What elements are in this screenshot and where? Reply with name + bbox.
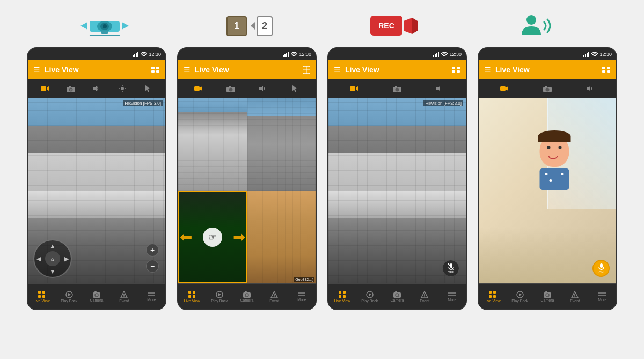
grid-cell-3[interactable]: ⬅ ☞ ➡ [178,191,247,284]
phone2-grid: ⬅ ☞ ➡ Geo332...[ [178,98,316,283]
nav-more-label-1: More [147,298,156,302]
phone3-bottom-nav: Live View Play Back Camera Event More [328,283,466,309]
phone3-header-grid-icon[interactable] [452,67,460,73]
phone3-menu-icon[interactable]: ☰ [334,65,341,74]
zoom-out-button[interactable]: − [146,260,159,273]
nav-more-label-4: More [598,298,606,302]
svg-rect-115 [583,55,584,57]
nav-playback-1[interactable]: Play Back [60,291,79,303]
toolbar-speaker-icon[interactable] [89,81,104,96]
nav-more-2[interactable]: More [292,292,311,302]
nav-camera-1[interactable]: Camera [87,291,106,302]
nav-liveview-2[interactable]: Live View [182,291,202,303]
ptz-down-arrow[interactable]: ▼ [50,268,56,275]
nav-playback-3[interactable]: Play Back [360,291,379,303]
svg-rect-55 [284,54,286,57]
nav-camera-3[interactable]: Camera [387,291,407,302]
svg-point-79 [274,296,275,297]
svg-rect-85 [436,53,437,57]
svg-rect-41 [38,295,41,298]
nav-liveview-4[interactable]: Live View [483,291,502,303]
svg-rect-22 [151,67,155,69]
nav-more-3[interactable]: More [442,292,462,302]
nav-camera-2[interactable]: Camera [237,291,257,302]
ptz-right-arrow[interactable]: ▶ [64,255,69,262]
svg-marker-124 [506,86,508,91]
nav-event-1[interactable]: Event [114,291,134,303]
toolbar2-video-icon[interactable] [191,81,206,96]
nav-more-label-3: More [448,298,456,302]
zoom-in-button[interactable]: + [146,244,159,257]
grid-cell-2[interactable] [247,98,316,191]
svg-marker-38 [145,85,150,92]
svg-point-50 [123,296,125,297]
phone1-bottom-nav: Live View Play Back Camera Event More [28,283,165,309]
grid-cell-4[interactable]: Geo332...[ [247,191,316,284]
toolbar3-video-icon[interactable] [347,81,362,96]
svg-marker-92 [356,86,358,91]
mic-on-label: ON [599,270,604,274]
nav-liveview-3[interactable]: Live View [333,291,352,303]
svg-rect-129 [600,263,603,268]
nav-playback-2[interactable]: Play Back [210,291,229,303]
toolbar-brightness-icon[interactable] [115,81,130,96]
swipe-gesture-overlay: ⬅ ☞ ➡ [180,228,245,247]
toolbar2-speaker-icon[interactable] [255,81,270,96]
grid-cell-1[interactable] [178,98,247,191]
phone-1: 12:30 ☰ Live View [27,47,166,310]
svg-point-64 [229,87,233,91]
mic-on-button[interactable]: ON [592,260,610,277]
phone1-menu-icon[interactable]: ☰ [33,65,40,74]
phone4-menu-icon[interactable]: ☰ [484,65,491,74]
nav-more-1[interactable]: More [142,292,161,302]
toolbar2-cursor-icon[interactable] [288,81,303,96]
toolbar-cursor-icon[interactable] [141,81,156,96]
ptz-left-arrow[interactable]: ◀ [36,255,41,262]
nav-liveview-label-4: Live View [485,299,501,303]
phone2-header-window-icon[interactable] [303,66,310,74]
toolbar4-speaker-icon[interactable] [583,81,598,96]
toolbar3-speaker-icon[interactable] [433,81,448,96]
phone1-statusbar: 12:30 [28,48,165,60]
phone1-ptz-controls[interactable]: ▲ ▼ ◀ ▶ ⌂ [33,239,72,278]
phone2-toolbar [178,79,316,98]
nav-event-3[interactable]: Event [415,291,434,303]
toolbar4-video-icon[interactable] [497,81,512,96]
toolbar3-camera-icon[interactable] [390,81,405,96]
svg-rect-117 [587,53,588,57]
phone1-header-grid-icon[interactable] [151,67,160,73]
nav-playback-label-1: Play Back [61,299,77,303]
ptz-home-button[interactable]: ⌂ [45,251,60,266]
svg-rect-133 [489,295,492,298]
ptz-up-arrow[interactable]: ▲ [50,243,56,249]
svg-rect-57 [288,52,289,57]
phone4-header-grid-icon[interactable] [602,67,611,73]
nav-event-2[interactable]: Event [265,291,284,303]
phone4-bottom-nav: Live View Play Back Camera Event More [479,283,616,309]
toolbar4-camera-icon[interactable] [540,81,555,96]
phone2-menu-icon[interactable]: ☰ [184,65,191,74]
svg-rect-40 [42,291,45,294]
nav-event-4[interactable]: Event [565,291,584,303]
phone3-header: ☰ Live View [328,60,466,79]
nav-liveview-label-3: Live View [334,299,350,303]
phone3-time: 12:30 [449,52,462,57]
mic-off-button[interactable]: OFF [442,260,459,277]
phone4-title: Live View [495,65,598,74]
svg-rect-86 [438,52,439,57]
svg-point-17 [526,15,536,25]
phone1-camera-view: Hikvision [FPS:3.0] ▲ ▼ ◀ ▶ ⌂ + − [28,98,165,283]
toolbar-camera-icon[interactable] [63,81,78,96]
svg-point-5 [103,24,107,28]
svg-rect-139 [545,291,547,293]
phone1-zoom-controls[interactable]: + − [146,244,159,273]
nav-liveview-1[interactable]: Live View [32,291,52,303]
toolbar2-camera-icon[interactable] [223,81,238,96]
nav-more-4[interactable]: More [592,292,612,302]
nav-camera-4[interactable]: Camera [538,291,557,302]
toolbar-video-icon[interactable] [38,81,53,96]
swipe-hand-icon: ☞ [203,228,222,247]
svg-rect-23 [156,67,159,69]
svg-marker-10 [251,22,255,30]
nav-playback-4[interactable]: Play Back [510,291,530,303]
